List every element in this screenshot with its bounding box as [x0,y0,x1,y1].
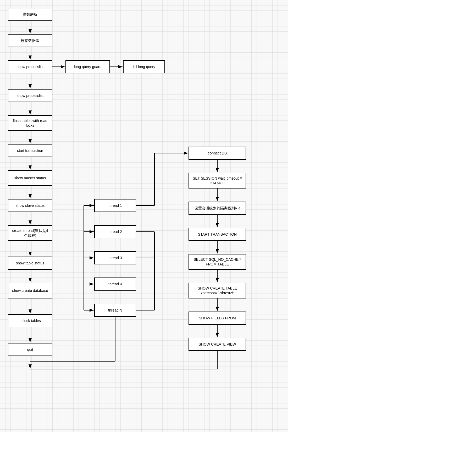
flowchart-box-b10: show slave status [8,199,52,212]
flowchart-box-b13: show create database [8,283,52,298]
flowchart-box-b8: start transaction [8,144,52,157]
flowchart-box-t3: thread 3 [94,251,136,264]
flowchart-box-b5: kill long query [123,60,165,73]
flowchart-box-b7: flush tables with read locks [8,115,52,131]
flowchart-box-r3: 设置会话级别的隔离级别RR [189,202,246,215]
flowchart-box-r8: SHOW CREATE VIEW [189,338,246,351]
flowchart-box-b11: create thread(默认是4个线程) [8,225,52,241]
flowchart-box-b9: show master status [8,170,52,186]
flowchart-box-t2: thread 2 [94,225,136,238]
flowchart-canvas: 参数解析连接数据库show processlistlong query guar… [0,0,288,432]
flowchart-box-r2: SET SESSION wait_timeout = 2147483 [189,173,246,188]
flowchart-box-r4: START TRANSACTION [189,228,246,241]
flowchart-box-t5: thread N [94,304,136,317]
flowchart-box-b1: 参数解析 [8,8,52,21]
flowchart-box-b12: show table status [8,257,52,270]
flowchart-box-b4: long query guard [65,60,110,73]
flowchart-box-b2: 连接数据库 [8,34,52,47]
flowchart-box-b6: show processlist [8,89,52,102]
flowchart-box-r5: SELECT SQL_NO_CACHE * FROM TABLE [189,254,246,270]
flowchart-box-t1: thread 1 [94,199,136,212]
flowchart-box-b3: show processlist [8,60,52,73]
flowchart-box-t4: thread 4 [94,278,136,291]
flowchart-box-r1: connect DB [189,147,246,160]
flowchart-box-b15: quit [8,343,52,356]
flowchart-box-b14: unlock tables [8,314,52,327]
flowchart-box-r6: SHOW CREATE TABLE \'percona\'.\'sbtest2\… [189,283,246,298]
flowchart-box-r7: SHOW FIELDS FROM [189,312,246,325]
